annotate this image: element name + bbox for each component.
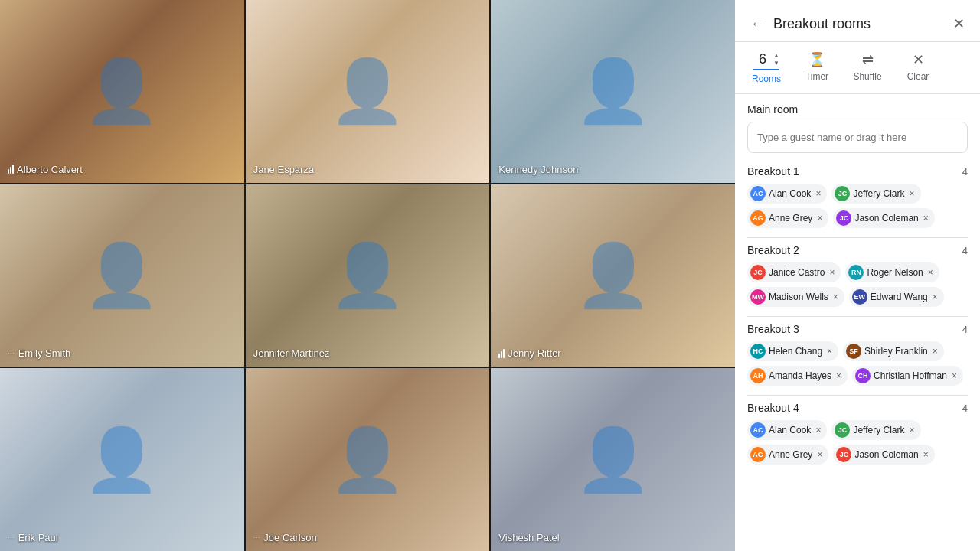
audio-bars-icon: [498, 349, 505, 358]
participant-chip-name: Jason Coleman: [854, 449, 918, 460]
clear-label: Clear: [907, 71, 929, 82]
remove-participant-button[interactable]: ×: [817, 214, 822, 223]
video-cell-9: 👤Vishesh Patel: [491, 368, 735, 551]
breakout-title-1: Breakout 1: [747, 165, 799, 178]
breakout-header-4: Breakout 44: [747, 402, 968, 414]
person-silhouette-1: 👤: [0, 0, 244, 183]
breakout-count-4: 4: [962, 403, 968, 414]
divider: [747, 395, 968, 396]
remove-participant-button[interactable]: ×: [928, 268, 933, 277]
remove-participant-button[interactable]: ×: [815, 189, 821, 198]
participant-avatar: JC: [835, 422, 850, 438]
participant-avatar: SF: [846, 344, 861, 359]
participant-chip-name: Janice Castro: [769, 267, 825, 278]
participant-name-7: ···Erik Paul: [8, 532, 58, 543]
participant-chip: AGAnne Grey×: [747, 445, 828, 465]
main-room-input[interactable]: [747, 122, 968, 153]
participant-chip: MWMadison Wells×: [747, 287, 844, 307]
breakout-count-3: 4: [962, 324, 968, 335]
person-silhouette-6: 👤: [491, 184, 735, 367]
participant-chip: JCJanice Castro×: [747, 262, 841, 282]
video-cell-3: 👤Kennedy Johnson: [491, 0, 735, 183]
participant-chip-name: Jeffery Clark: [853, 425, 904, 435]
participant-avatar: JC: [836, 447, 851, 462]
audio-bars-icon: [8, 165, 14, 174]
participant-avatar: MW: [750, 289, 766, 305]
participant-avatar: AH: [750, 368, 766, 383]
participant-chip-name: Madison Wells: [769, 292, 828, 302]
participant-chip-name: Anne Grey: [769, 449, 812, 460]
participant-chip-name: Jason Coleman: [854, 213, 918, 223]
dots-icon: ···: [8, 534, 15, 541]
person-silhouette-2: 👤: [246, 0, 490, 183]
participant-avatar: AG: [750, 447, 766, 462]
person-silhouette-8: 👤: [246, 368, 490, 551]
clear-control[interactable]: ✕ Clear: [899, 51, 937, 84]
timer-label: Timer: [805, 71, 828, 82]
video-cell-8: 👤···Joe Carlson: [246, 368, 490, 551]
participant-chip-name: Shirley Franklin: [864, 346, 928, 357]
remove-participant-button[interactable]: ×: [933, 347, 938, 356]
participant-name-4: ···Emily Smith: [8, 347, 70, 359]
breakout-count-2: 4: [962, 245, 968, 256]
remove-participant-button[interactable]: ×: [910, 189, 915, 198]
rooms-down-icon[interactable]: ▼: [773, 60, 779, 67]
shuffle-icon: ⇌: [862, 51, 874, 68]
main-room-label: Main room: [747, 103, 968, 116]
remove-participant-button[interactable]: ×: [923, 450, 929, 459]
breakout-section-1: Breakout 14ACAlan Cook×JCJeffery Clark×A…: [747, 165, 968, 228]
timer-icon: ⏳: [808, 51, 825, 68]
rooms-control[interactable]: ▲ ▼ Rooms: [747, 51, 786, 84]
participant-name-6: Jenny Ritter: [498, 347, 560, 359]
timer-control[interactable]: ⏳ Timer: [798, 51, 836, 84]
remove-participant-button[interactable]: ×: [817, 450, 822, 459]
participant-chip: JCJason Coleman×: [833, 208, 934, 228]
rooms-up-icon[interactable]: ▲: [773, 52, 779, 60]
video-grid: 👤Alberto Calvert👤Jane Esparza👤Kennedy Jo…: [0, 0, 735, 551]
remove-participant-button[interactable]: ×: [910, 425, 915, 435]
remove-participant-button[interactable]: ×: [923, 214, 929, 223]
participant-chip-name: Helen Chang: [769, 346, 822, 357]
breakout-title-2: Breakout 2: [747, 244, 799, 256]
shuffle-control[interactable]: ⇌ Shuffle: [848, 51, 887, 84]
close-button[interactable]: ✕: [950, 12, 968, 35]
remove-participant-button[interactable]: ×: [836, 371, 841, 380]
participant-chip: AGAnne Grey×: [747, 208, 828, 228]
participant-chip-name: Amanda Hayes: [769, 370, 831, 381]
participant-avatar: AG: [750, 210, 766, 226]
remove-participant-button[interactable]: ×: [933, 292, 938, 302]
video-cell-5: 👤Jennifer Martinez: [246, 184, 490, 367]
back-button[interactable]: ←: [747, 13, 767, 35]
clear-icon: ✕: [913, 51, 924, 68]
breakout-title-4: Breakout 4: [747, 402, 799, 414]
dots-icon: ···: [253, 534, 261, 541]
remove-participant-button[interactable]: ×: [827, 347, 832, 356]
participant-chip-name: Alan Cook: [769, 188, 811, 199]
participant-name-2: Jane Esparza: [253, 164, 315, 175]
breakout-header-3: Breakout 34: [747, 323, 968, 335]
remove-participant-button[interactable]: ×: [829, 268, 835, 277]
breakout-title-3: Breakout 3: [747, 323, 799, 335]
participant-chip-name: Roger Nelson: [867, 267, 923, 278]
breakout-participants-3: HCHelen Chang×SFShirley Franklin×AHAmand…: [747, 341, 968, 386]
participant-chip: JCJeffery Clark×: [831, 184, 920, 204]
person-silhouette-5: 👤: [246, 184, 490, 367]
breakout-participants-4: ACAlan Cook×JCJeffery Clark×AGAnne Grey×…: [747, 420, 968, 465]
dots-icon: ···: [8, 350, 15, 357]
breakout-rooms-container: Breakout 14ACAlan Cook×JCJeffery Clark×A…: [747, 165, 968, 465]
rooms-count-input[interactable]: [753, 51, 772, 67]
participant-avatar: EW: [852, 289, 867, 305]
divider: [747, 316, 968, 317]
remove-participant-button[interactable]: ×: [952, 371, 957, 380]
remove-participant-button[interactable]: ×: [833, 292, 838, 302]
participant-avatar: JC: [750, 265, 766, 280]
remove-participant-button[interactable]: ×: [815, 425, 821, 435]
shuffle-label: Shuffle: [853, 71, 881, 82]
video-cell-6: 👤Jenny Ritter: [491, 184, 735, 367]
breakout-participants-2: JCJanice Castro×RNRoger Nelson×MWMadison…: [747, 262, 968, 307]
participant-chip: SFShirley Franklin×: [843, 341, 944, 361]
participant-chip-name: Alan Cook: [769, 425, 811, 435]
participant-chip: JCJason Coleman×: [833, 445, 934, 465]
video-cell-4: 👤···Emily Smith: [0, 184, 244, 367]
sidebar-header: ← Breakout rooms ✕: [735, 0, 980, 42]
